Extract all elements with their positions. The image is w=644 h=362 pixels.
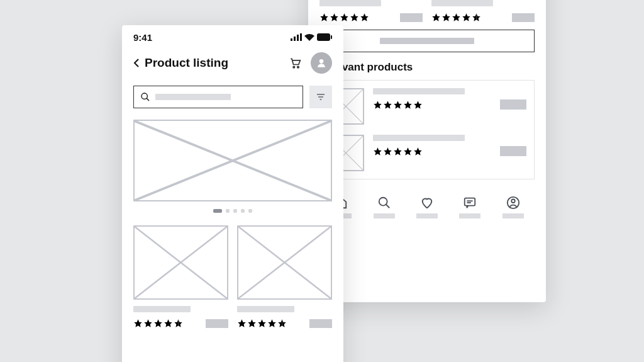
relevant-products-list <box>319 80 535 179</box>
tab-label-placeholder <box>374 213 395 218</box>
back-chevron-icon[interactable] <box>133 58 140 68</box>
price-placeholder <box>500 99 526 110</box>
dot[interactable] <box>233 209 237 213</box>
tab-label-placeholder <box>502 213 524 218</box>
list-item[interactable] <box>328 135 526 171</box>
product-grid-partial <box>319 0 535 22</box>
status-time: 9:41 <box>133 32 152 43</box>
search-input[interactable] <box>133 86 303 108</box>
rating-stars <box>373 147 423 156</box>
dot[interactable] <box>226 209 230 213</box>
svg-rect-7 <box>465 198 475 206</box>
tab-label-placeholder <box>459 213 480 218</box>
dot[interactable] <box>241 209 245 213</box>
product-title-placeholder <box>319 0 381 6</box>
search-icon <box>377 196 391 210</box>
cart-icon <box>289 57 301 69</box>
profile-button[interactable] <box>311 52 332 74</box>
filter-button[interactable] <box>309 86 332 108</box>
heart-icon <box>420 196 434 210</box>
tab-profile[interactable] <box>492 196 535 218</box>
rating-stars <box>373 100 423 110</box>
phone-mockup-back: Relevant products <box>308 0 546 302</box>
tab-search[interactable] <box>362 196 405 218</box>
price-placeholder <box>500 146 526 156</box>
user-icon <box>316 58 326 68</box>
signal-icon <box>291 33 302 41</box>
svg-rect-13 <box>294 37 296 41</box>
rating-stars <box>133 319 183 328</box>
see-all-button[interactable] <box>319 30 535 52</box>
list-item[interactable] <box>328 88 526 125</box>
svg-rect-14 <box>297 35 299 41</box>
phone-mockup-front: 9:41 Product listing <box>122 25 343 362</box>
svg-rect-15 <box>300 33 302 41</box>
hero-banner-placeholder[interactable] <box>133 120 332 201</box>
product-card[interactable] <box>431 0 535 22</box>
product-title-placeholder <box>237 306 294 312</box>
search-icon <box>140 92 150 102</box>
section-title-relevant: Relevant products <box>319 61 535 74</box>
product-title-placeholder <box>431 0 493 6</box>
svg-rect-16 <box>317 33 330 41</box>
svg-point-18 <box>293 66 295 68</box>
page-title: Product listing <box>145 56 228 70</box>
svg-point-5 <box>379 198 387 206</box>
product-image-placeholder <box>133 225 228 300</box>
svg-rect-17 <box>331 35 332 39</box>
rating-stars <box>237 319 287 328</box>
tab-favorites[interactable] <box>406 196 448 218</box>
tab-bar <box>319 192 535 218</box>
dot-active[interactable] <box>213 209 222 213</box>
button-label-placeholder <box>380 38 474 44</box>
price-placeholder <box>512 13 535 22</box>
page-header: Product listing <box>133 49 332 77</box>
product-card[interactable] <box>319 0 423 22</box>
svg-point-11 <box>511 200 515 203</box>
chat-icon <box>463 196 477 210</box>
price-placeholder <box>206 319 228 328</box>
svg-point-19 <box>297 66 299 68</box>
dot[interactable] <box>248 209 252 213</box>
svg-line-22 <box>147 98 149 101</box>
price-placeholder <box>309 319 332 328</box>
wifi-icon <box>304 33 314 41</box>
user-icon <box>506 196 520 210</box>
product-card[interactable] <box>237 225 332 328</box>
product-image-placeholder <box>237 225 332 300</box>
svg-line-6 <box>386 205 389 208</box>
svg-point-21 <box>142 93 147 99</box>
search-placeholder <box>155 94 231 100</box>
product-title-placeholder <box>373 88 465 94</box>
svg-rect-12 <box>291 38 292 41</box>
price-placeholder <box>400 13 423 22</box>
rating-stars <box>319 13 369 22</box>
filter-icon <box>316 92 326 102</box>
product-title-placeholder <box>373 135 465 141</box>
product-title-placeholder <box>133 306 191 312</box>
tab-label-placeholder <box>416 213 438 218</box>
product-grid <box>133 225 332 328</box>
rating-stars <box>431 13 481 22</box>
battery-icon <box>317 33 332 41</box>
cart-button[interactable] <box>284 52 306 74</box>
product-card[interactable] <box>133 225 228 328</box>
status-bar: 9:41 <box>133 25 332 49</box>
tab-messages[interactable] <box>448 196 491 218</box>
svg-point-20 <box>319 60 323 63</box>
carousel-dots[interactable] <box>133 209 332 213</box>
